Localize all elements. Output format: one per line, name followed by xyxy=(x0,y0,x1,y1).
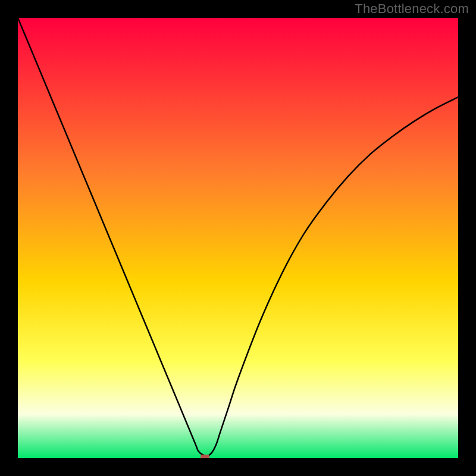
optimal-point-marker xyxy=(201,455,209,458)
chart-frame: TheBottleneck.com xyxy=(0,0,476,476)
gradient-background xyxy=(18,18,458,458)
plot-area xyxy=(18,18,458,458)
chart-svg xyxy=(18,18,458,458)
watermark-text: TheBottleneck.com xyxy=(355,1,469,17)
